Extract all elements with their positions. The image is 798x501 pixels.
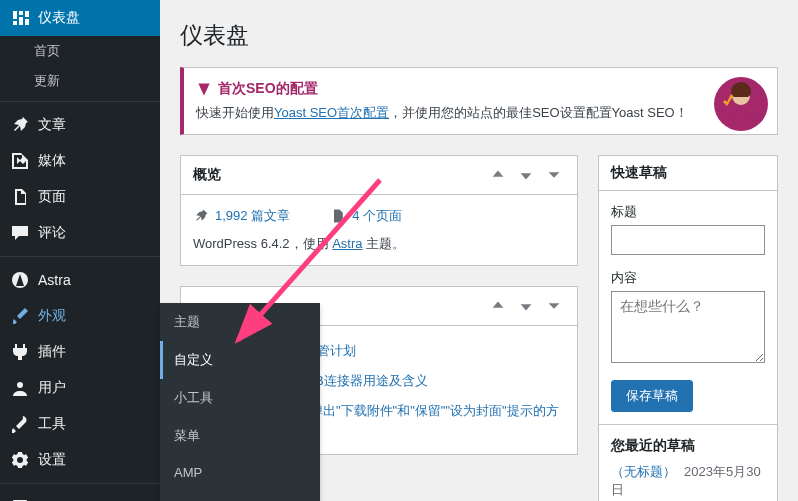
menu-media-label: 媒体: [38, 152, 66, 170]
flyout-customize[interactable]: 自定义: [160, 341, 320, 379]
submenu-updates[interactable]: 更新: [0, 66, 160, 96]
page-icon: [330, 208, 346, 224]
recent-drafts-header: 您最近的草稿: [611, 437, 765, 455]
admin-sidebar: 仪表盘 首页 更新 文章 媒体 页面 评论 Astra 外观: [0, 0, 160, 501]
menu-dashboard-label: 仪表盘: [38, 9, 80, 27]
menu-comments-label: 评论: [38, 224, 66, 242]
pages-count-link[interactable]: 4 个页面: [352, 207, 402, 225]
quickdraft-box: 快速草稿 标题 内容 保存草稿 您最近的草稿 （无标题）2023年5月30日: [598, 155, 778, 501]
menu-users-label: 用户: [38, 379, 66, 397]
notice-title: 首次SEO的配置: [196, 80, 717, 98]
menu-appearance-label: 外观: [38, 307, 66, 325]
menu-plugins[interactable]: 插件: [0, 334, 160, 370]
media-icon: [10, 151, 30, 171]
svg-point-1: [17, 382, 23, 388]
posts-count-link[interactable]: 1,992 篇文章: [215, 207, 290, 225]
toggle-button[interactable]: [543, 164, 565, 186]
yoast-icon: [10, 497, 30, 501]
comments-icon: [10, 223, 30, 243]
notice-text: 快速开始使用Yoast SEO首次配置，并使用您的站点的最佳SEO设置配置Yoa…: [196, 104, 717, 122]
menu-astra[interactable]: Astra: [0, 262, 160, 298]
flyout-widgets[interactable]: 小工具: [160, 379, 320, 417]
menu-settings[interactable]: 设置: [0, 442, 160, 478]
content-label: 内容: [611, 269, 765, 287]
overview-header: 概览: [193, 166, 221, 184]
page-title: 仪表盘: [180, 20, 778, 51]
menu-users[interactable]: 用户: [0, 370, 160, 406]
pin-icon: [193, 208, 209, 224]
overview-box: 概览 1,992 篇文章: [180, 155, 578, 266]
menu-media[interactable]: 媒体: [0, 143, 160, 179]
menu-settings-label: 设置: [38, 451, 66, 469]
plugins-icon: [10, 342, 30, 362]
menu-tools[interactable]: 工具: [0, 406, 160, 442]
save-draft-button[interactable]: 保存草稿: [611, 380, 693, 412]
astra-icon: [10, 270, 30, 290]
dashboard-submenu: 首页 更新: [0, 36, 160, 96]
menu-appearance[interactable]: 外观: [0, 298, 160, 334]
yoast-small-icon: [196, 81, 212, 97]
flyout-amp[interactable]: AMP: [160, 455, 320, 490]
move-down-button[interactable]: [515, 295, 537, 317]
toggle-button[interactable]: [543, 295, 565, 317]
content-textarea[interactable]: [611, 291, 765, 363]
draft-row: （无标题）2023年5月30日: [611, 463, 765, 499]
notice-title-text: 首次SEO的配置: [218, 80, 318, 98]
brush-icon: [10, 306, 30, 326]
menu-pages[interactable]: 页面: [0, 179, 160, 215]
flyout-menus[interactable]: 菜单: [160, 417, 320, 455]
pin-icon: [10, 115, 30, 135]
theme-link[interactable]: Astra: [332, 236, 362, 251]
notice-link[interactable]: Yoast SEO首次配置: [274, 105, 389, 120]
dashboard-icon: [10, 8, 30, 28]
settings-icon: [10, 450, 30, 470]
menu-tools-label: 工具: [38, 415, 66, 433]
yoast-avatar-icon: [713, 76, 769, 132]
appearance-flyout: 主题 自定义 小工具 菜单 AMP 主题文件编辑器: [160, 303, 320, 501]
quickdraft-header: 快速草稿: [611, 164, 667, 182]
tools-icon: [10, 414, 30, 434]
menu-posts-label: 文章: [38, 116, 66, 134]
menu-yoast[interactable]: Yoast SEO: [0, 489, 160, 501]
flyout-themes[interactable]: 主题: [160, 303, 320, 341]
submenu-home[interactable]: 首页: [0, 36, 160, 66]
menu-pages-label: 页面: [38, 188, 66, 206]
move-up-button[interactable]: [487, 295, 509, 317]
draft-link[interactable]: （无标题）: [611, 464, 676, 479]
menu-comments[interactable]: 评论: [0, 215, 160, 251]
move-down-button[interactable]: [515, 164, 537, 186]
menu-posts[interactable]: 文章: [0, 107, 160, 143]
version-line: WordPress 6.4.2，使用 Astra 主题。: [193, 235, 565, 253]
users-icon: [10, 378, 30, 398]
menu-astra-label: Astra: [38, 272, 71, 288]
pages-icon: [10, 187, 30, 207]
title-label: 标题: [611, 203, 765, 221]
move-up-button[interactable]: [487, 164, 509, 186]
title-input[interactable]: [611, 225, 765, 255]
menu-dashboard[interactable]: 仪表盘: [0, 0, 160, 36]
flyout-editor[interactable]: 主题文件编辑器: [160, 490, 320, 501]
menu-plugins-label: 插件: [38, 343, 66, 361]
yoast-notice: 首次SEO的配置 快速开始使用Yoast SEO首次配置，并使用您的站点的最佳S…: [180, 67, 778, 135]
